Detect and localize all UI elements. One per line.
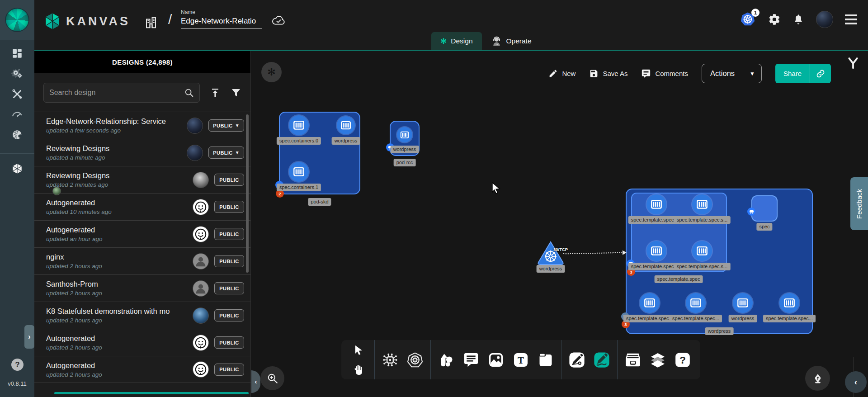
menu-button[interactable]	[845, 14, 857, 24]
visibility-chip[interactable]: PUBLIC	[214, 174, 244, 186]
container-node[interactable]	[686, 293, 706, 313]
gear-icon	[768, 13, 781, 26]
sidebar-item-lifecycle[interactable]	[8, 67, 26, 80]
dock-toggle-button[interactable]: ✻	[261, 62, 282, 82]
container-node[interactable]	[692, 194, 712, 214]
design-list-item[interactable]: Autogeneratedupdated 2 hours agoPUBLIC	[34, 356, 250, 383]
shapes-tool-button[interactable]	[437, 350, 456, 369]
comments-button[interactable]: Comments	[641, 69, 688, 79]
versions-fork-icon[interactable]	[846, 56, 860, 71]
layers-icon	[649, 351, 666, 369]
kubernetes-context-button[interactable]: 1	[740, 12, 756, 27]
toolbox-icon	[11, 88, 23, 100]
settings-button[interactable]	[768, 13, 781, 26]
filter-designs-button[interactable]	[231, 87, 241, 98]
design-list: Edge-Network-Relationship: Serviceupdate…	[34, 112, 250, 383]
design-name-label: Name	[181, 9, 262, 15]
sidebar-item-kanvas[interactable]	[8, 162, 26, 175]
drawer-tool-button[interactable]	[623, 350, 642, 369]
select-tool-button[interactable]	[349, 342, 368, 359]
notifications-button[interactable]	[793, 13, 804, 26]
visibility-chip[interactable]: PUBLIC	[214, 228, 244, 240]
design-list-item[interactable]: Autogeneratedupdated an hour agoPUBLIC	[34, 220, 250, 247]
note-tool-button[interactable]	[536, 350, 555, 369]
design-list-item[interactable]: Santhosh-Promupdated 2 hours agoPUBLIC	[34, 274, 250, 302]
container-node[interactable]	[646, 241, 666, 261]
visibility-chip[interactable]: PUBLIC	[214, 282, 244, 294]
design-name-input[interactable]: Edge-Network-Relatio	[181, 15, 262, 28]
design-list-item[interactable]: Autogeneratedupdated 10 minutes agoPUBLI…	[34, 193, 250, 220]
pencil-icon	[548, 69, 558, 78]
whiteboard-pen-button[interactable]	[805, 366, 830, 391]
tab-design[interactable]: ✻ Design	[431, 32, 482, 50]
design-list-item[interactable]: Edge-Network-Relationship: Serviceupdate…	[34, 112, 250, 139]
visibility-chip[interactable]: PUBLIC	[214, 364, 244, 376]
components-tool-button[interactable]	[381, 350, 400, 369]
design-name-field[interactable]: Name Edge-Network-Relatio	[181, 9, 262, 28]
actions-button[interactable]: Actions	[702, 69, 743, 78]
help-button[interactable]: ?	[11, 359, 24, 371]
design-list-item[interactable]: Reviewing Designsupdated 2 minutes agoPU…	[34, 166, 250, 193]
design-list-item[interactable]: K8 Statefulset demonstration with moupda…	[34, 302, 250, 329]
container-node[interactable]	[397, 127, 412, 142]
design-list-item[interactable]: Autogeneratedupdated 2 hours agoPUBLIC	[34, 329, 250, 356]
actions-caret[interactable]: ▼	[743, 71, 761, 77]
design-owner-avatar	[187, 118, 203, 134]
group-node[interactable]	[631, 193, 727, 272]
save-icon	[589, 69, 599, 78]
service-node[interactable]	[536, 240, 565, 268]
container-node[interactable]	[646, 194, 666, 214]
design-search[interactable]	[43, 83, 200, 103]
pan-tool-button[interactable]	[349, 361, 368, 378]
save-as-button[interactable]: Save As	[589, 69, 627, 78]
collapse-right-panel-button[interactable]: ‹	[845, 371, 867, 393]
sidebar-item-configuration[interactable]	[8, 88, 26, 100]
design-updated: updated 2 hours ago	[46, 344, 187, 351]
feedback-tab[interactable]: Feedback	[850, 177, 868, 230]
comment-tool-button[interactable]	[462, 350, 481, 369]
copy-link-button[interactable]	[810, 69, 831, 78]
zoom-in-button[interactable]	[260, 366, 284, 390]
resource-kind-badge[interactable]	[747, 208, 755, 216]
sidebar-item-performance[interactable]	[8, 108, 26, 121]
meshery-logo-icon[interactable]	[5, 8, 29, 32]
container-node[interactable]	[289, 115, 309, 135]
search-input[interactable]	[49, 89, 180, 97]
share-button[interactable]: Share	[775, 70, 810, 77]
visibility-chip[interactable]: PUBLIC	[214, 336, 244, 349]
import-design-button[interactable]	[210, 87, 221, 98]
visibility-chip[interactable]: PUBLIC	[214, 201, 244, 213]
image-tool-button[interactable]	[486, 350, 505, 369]
canvas-action-bar: New Save As Comments Actions ▼ Share	[548, 64, 831, 83]
help-tool-button[interactable]: ?	[673, 350, 692, 369]
container-node[interactable]	[779, 293, 799, 313]
edge-tool-button[interactable]	[567, 350, 586, 369]
layers-tool-button[interactable]	[648, 350, 667, 369]
gears-icon	[11, 68, 23, 80]
container-node[interactable]	[640, 293, 660, 313]
sidebar-item-extensions[interactable]	[8, 128, 26, 141]
design-list-item[interactable]: Reviewing Designsupdated a minute agoPUB…	[34, 139, 250, 166]
container-node[interactable]	[733, 293, 753, 313]
visibility-chip[interactable]: PUBLIC▼	[208, 147, 244, 159]
user-avatar[interactable]	[816, 11, 833, 28]
sidebar-item-dashboard[interactable]	[8, 47, 26, 60]
container-node[interactable]	[289, 162, 309, 182]
tab-operate[interactable]: Operate	[482, 32, 541, 50]
container-node[interactable]	[692, 241, 712, 261]
visibility-chip[interactable]: PUBLIC▼	[208, 119, 244, 132]
text-tool-button[interactable]: T	[511, 350, 530, 369]
organization-icon[interactable]	[144, 16, 158, 31]
kanvas-brand[interactable]: KANVAS	[44, 13, 130, 30]
new-design-button[interactable]: New	[548, 69, 576, 78]
node-label: spec.template.spec.s...	[674, 263, 731, 270]
design-list-item[interactable]: nginxupdated 2 hours agoPUBLIC	[34, 247, 250, 274]
designs-scrollbar[interactable]	[246, 114, 249, 273]
visibility-chip[interactable]: PUBLIC	[214, 255, 244, 267]
container-node[interactable]	[337, 116, 355, 134]
freehand-tool-button[interactable]	[592, 350, 611, 369]
kubernetes-tool-button[interactable]	[406, 350, 425, 369]
visibility-chip[interactable]: PUBLIC	[214, 309, 244, 321]
spec-node[interactable]	[751, 195, 778, 222]
expand-sidebar-button[interactable]: ›	[24, 325, 34, 349]
